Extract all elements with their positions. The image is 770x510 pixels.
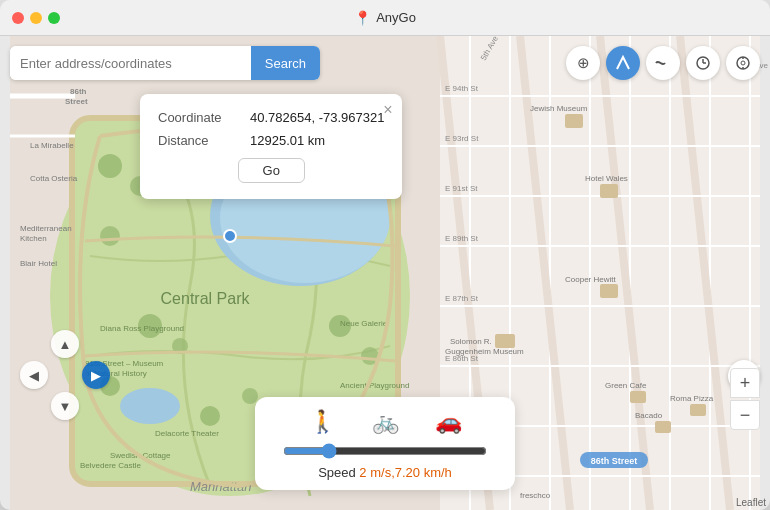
svg-rect-52 — [565, 114, 583, 128]
speed-panel: 🚶 🚲 🚗 Speed 2 m/s,7.20 km/h — [255, 397, 515, 490]
titlebar: 📍 AnyGo — [0, 0, 770, 36]
close-button[interactable] — [12, 12, 24, 24]
search-button[interactable]: Search — [251, 46, 320, 80]
svg-text:Blair Hotel: Blair Hotel — [20, 259, 57, 268]
svg-text:freschco: freschco — [520, 491, 551, 500]
svg-text:E 91st St: E 91st St — [445, 184, 478, 193]
info-popup: × Coordinate 40.782654, -73.967321 Dista… — [140, 94, 402, 199]
zoom-out-button[interactable]: − — [730, 400, 760, 430]
bike-icon[interactable]: 🚲 — [372, 409, 399, 435]
svg-text:Belvedere Castle: Belvedere Castle — [80, 461, 141, 470]
svg-text:Hotel Wales: Hotel Wales — [585, 174, 628, 183]
svg-text:86th Street: 86th Street — [591, 456, 638, 466]
go-section: Go — [158, 158, 384, 183]
distance-row: Distance 12925.01 km — [158, 133, 384, 148]
svg-rect-58 — [495, 334, 515, 348]
svg-text:Cotta Osteria: Cotta Osteria — [30, 174, 78, 183]
map-container[interactable]: E 94th St E 93rd St E 91st St E 89th St … — [0, 36, 770, 510]
speed-text: Speed 2 m/s,7.20 km/h — [283, 465, 487, 480]
path-icon[interactable] — [646, 46, 680, 80]
svg-text:Central Park: Central Park — [161, 290, 251, 307]
nav-ring: ▲ ▼ ◀ ▶ — [20, 330, 110, 420]
app-window: 📍 AnyGo — [0, 0, 770, 510]
svg-point-7 — [98, 154, 122, 178]
zoom-controls: + − — [730, 368, 760, 430]
svg-text:La Mirabelle: La Mirabelle — [30, 141, 74, 150]
search-input[interactable] — [10, 46, 251, 80]
app-title: AnyGo — [376, 10, 416, 25]
maximize-button[interactable] — [48, 12, 60, 24]
go-button[interactable]: Go — [238, 158, 305, 183]
crosshair-icon[interactable]: ⊕ — [566, 46, 600, 80]
svg-text:86th: 86th — [70, 87, 87, 96]
speed-slider[interactable] — [283, 443, 487, 459]
svg-rect-63 — [655, 421, 671, 433]
svg-text:Delacorte Theater: Delacorte Theater — [155, 429, 219, 438]
svg-text:Jewish Museum: Jewish Museum — [530, 104, 588, 113]
svg-rect-56 — [600, 284, 618, 298]
pin-icon: 📍 — [354, 10, 371, 26]
svg-point-6 — [120, 388, 180, 424]
popup-close-button[interactable]: × — [383, 102, 392, 118]
toolbar: Search ⊕ — [10, 46, 760, 80]
svg-text:E 94th St: E 94th St — [445, 84, 479, 93]
svg-point-17 — [242, 388, 258, 404]
minimize-button[interactable] — [30, 12, 42, 24]
speed-label: Speed — [318, 465, 356, 480]
coordinate-label: Coordinate — [158, 110, 238, 125]
coordinate-row: Coordinate 40.782654, -73.967321 — [158, 110, 384, 125]
svg-text:Guggenheim Museum: Guggenheim Museum — [445, 347, 524, 356]
car-icon[interactable]: 🚗 — [435, 409, 462, 435]
walk-icon[interactable]: 🚶 — [309, 409, 336, 435]
nav-up-button[interactable]: ▲ — [51, 330, 79, 358]
svg-text:Kitchen: Kitchen — [20, 234, 47, 243]
leaflet-attribution: Leaflet — [736, 497, 766, 508]
nav-arrows: ▲ ▼ ◀ ▶ — [20, 330, 110, 420]
compass-icon[interactable] — [726, 46, 760, 80]
svg-rect-65 — [690, 404, 706, 416]
speed-value: 2 m/s,7.20 km/h — [359, 465, 451, 480]
svg-text:E 87th St: E 87th St — [445, 294, 479, 303]
svg-point-89 — [224, 230, 236, 242]
svg-text:Solomon R.: Solomon R. — [450, 337, 492, 346]
svg-point-16 — [200, 406, 220, 426]
svg-rect-54 — [600, 184, 618, 198]
svg-text:Green Cafe: Green Cafe — [605, 381, 647, 390]
distance-value: 12925.01 km — [250, 133, 325, 148]
svg-text:Mediterranean: Mediterranean — [20, 224, 72, 233]
nav-right-button[interactable]: ▶ — [82, 361, 110, 389]
svg-point-10 — [100, 226, 120, 246]
traffic-lights — [12, 12, 60, 24]
svg-rect-61 — [630, 391, 646, 403]
svg-text:E 93rd St: E 93rd St — [445, 134, 479, 143]
svg-point-94 — [741, 61, 745, 65]
svg-text:Ancient Playground: Ancient Playground — [340, 381, 409, 390]
svg-text:Bacado: Bacado — [635, 411, 663, 420]
svg-text:Diana Ross Playground: Diana Ross Playground — [100, 324, 184, 333]
nav-down-button[interactable]: ▼ — [51, 392, 79, 420]
transport-icons: 🚶 🚲 🚗 — [283, 409, 487, 435]
svg-text:Roma Pizza: Roma Pizza — [670, 394, 714, 403]
svg-text:Cooper Hewitt: Cooper Hewitt — [565, 275, 616, 284]
svg-text:E 89th St: E 89th St — [445, 234, 479, 243]
toolbar-icons: ⊕ — [566, 46, 760, 80]
distance-label: Distance — [158, 133, 238, 148]
coordinate-value: 40.782654, -73.967321 — [250, 110, 384, 125]
nav-left-button[interactable]: ◀ — [20, 361, 48, 389]
route-icon[interactable] — [606, 46, 640, 80]
svg-text:Neue Galerie: Neue Galerie — [340, 319, 388, 328]
svg-text:Street: Street — [65, 97, 88, 106]
window-title: 📍 AnyGo — [354, 10, 416, 26]
search-bar[interactable]: Search — [10, 46, 320, 80]
clock-icon[interactable] — [686, 46, 720, 80]
zoom-in-button[interactable]: + — [730, 368, 760, 398]
